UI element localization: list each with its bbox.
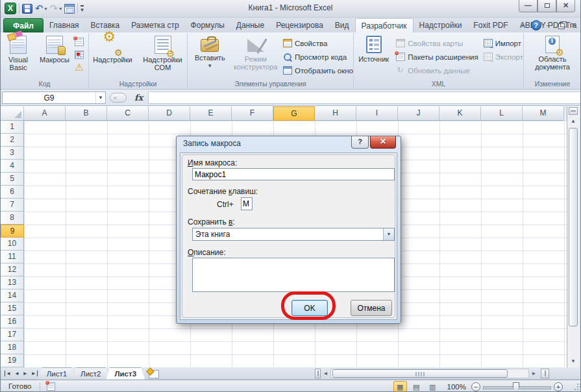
formula-bar-gripper[interactable] (110, 93, 127, 103)
save-in-dropdown[interactable]: Эта книга ▼ (192, 228, 395, 241)
resize-grip[interactable] (568, 382, 576, 391)
close-button[interactable]: ✕ (556, 0, 575, 12)
relative-references-button[interactable] (73, 49, 85, 60)
next-sheet-icon[interactable]: ► (23, 371, 28, 376)
record-macro-button[interactable] (73, 36, 85, 47)
shortcut-key-input[interactable] (241, 197, 253, 210)
row-header-11[interactable]: 11 (1, 251, 24, 263)
zoom-in-button[interactable]: + (554, 382, 563, 391)
name-box-dropdown-icon[interactable]: ▼ (95, 92, 105, 103)
row-header-3[interactable]: 3 (1, 147, 24, 160)
row-header-18[interactable]: 18 (1, 341, 24, 354)
ribbon-tab-4[interactable]: Формулы (185, 18, 230, 32)
column-header-B[interactable]: B (66, 106, 107, 121)
zoom-slider-thumb[interactable] (513, 382, 519, 391)
column-header-D[interactable]: D (149, 106, 190, 121)
dialog-close-button[interactable]: ✕ (370, 136, 396, 149)
ribbon-tab-8[interactable]: Разработчик (355, 18, 414, 32)
first-sheet-icon[interactable]: ◄ (5, 371, 11, 376)
horizontal-scroll-thumb[interactable] (332, 369, 508, 378)
tab-scroll-split-handle[interactable] (315, 369, 321, 378)
cancel-button[interactable]: Отмена (351, 300, 392, 316)
normal-view-button[interactable]: ▦ (393, 381, 407, 392)
sheet-tab-1[interactable]: Лист1 (38, 367, 75, 380)
scroll-up-icon[interactable]: ▲ (568, 116, 578, 127)
import-button[interactable]: Импорт (484, 36, 523, 50)
row-header-9[interactable]: 9 (1, 225, 24, 238)
select-all-corner[interactable] (1, 106, 24, 121)
scroll-left-icon[interactable]: ◄ (321, 371, 330, 376)
column-header-F[interactable]: F (232, 106, 273, 121)
ribbon-tab-9[interactable]: Надстройки (414, 18, 468, 32)
row-header-6[interactable]: 6 (1, 186, 24, 199)
ribbon-tab-5[interactable]: Данные (230, 18, 270, 32)
scroll-right-icon[interactable]: ► (529, 371, 539, 376)
column-header-A[interactable]: A (24, 106, 66, 121)
document-panel-button[interactable]: Область документа (526, 34, 578, 79)
visual-basic-button[interactable]: Visual Basic (1, 34, 36, 79)
row-header-8[interactable]: 8 (1, 212, 24, 225)
row-header-14[interactable]: 14 (1, 289, 24, 302)
row-header-13[interactable]: 13 (1, 276, 24, 289)
row-header-19[interactable]: 19 (1, 354, 24, 367)
workbook-minimize-icon[interactable]: — (547, 20, 553, 31)
horizontal-split-handle[interactable] (541, 369, 549, 378)
column-header-M[interactable]: M (523, 106, 564, 121)
maximize-button[interactable] (538, 0, 556, 12)
addins-button[interactable]: Надстройки (90, 34, 136, 79)
column-header-G[interactable]: G (273, 106, 315, 121)
ribbon-tab-0[interactable]: Файл (3, 18, 43, 32)
xml-source-button[interactable]: Источник (356, 34, 391, 79)
ribbon-tab-1[interactable]: Главная (43, 18, 85, 32)
column-header-H[interactable]: H (315, 106, 356, 121)
workbook-restore-icon[interactable] (558, 21, 566, 29)
collapse-ribbon-icon[interactable]: ∧ (521, 20, 525, 31)
ribbon-tab-10[interactable]: Foxit PDF (467, 18, 513, 32)
insert-sheet-icon[interactable] (149, 370, 159, 378)
run-dialog-button[interactable]: Отобразить окно (283, 64, 353, 77)
row-header-15[interactable]: 15 (1, 302, 24, 315)
column-header-L[interactable]: L (481, 106, 523, 121)
row-header-16[interactable]: 16 (1, 315, 24, 328)
ribbon-tab-6[interactable]: Рецензирова (270, 18, 329, 32)
ribbon-tab-7[interactable]: Вид (329, 18, 355, 32)
row-header-12[interactable]: 12 (1, 263, 24, 276)
properties-button[interactable]: Свойства (283, 36, 353, 50)
zoom-out-button[interactable]: − (471, 382, 480, 391)
description-textarea[interactable] (192, 258, 395, 292)
column-header-I[interactable]: I (356, 106, 398, 121)
ribbon-tab-3[interactable]: Разметка стр (125, 18, 184, 32)
workbook-close-icon[interactable]: ✕ (571, 20, 576, 31)
dialog-help-button[interactable]: ? (351, 136, 369, 149)
last-sheet-icon[interactable]: ► (31, 371, 38, 376)
sheet-tab-2[interactable]: Лист2 (72, 367, 109, 380)
vertical-scroll-thumb[interactable] (569, 128, 578, 326)
vertical-split-handle[interactable] (569, 107, 578, 115)
horizontal-scrollbar[interactable] (330, 369, 529, 378)
com-addins-button[interactable]: Надстройки COM (140, 34, 186, 79)
column-header-J[interactable]: J (398, 106, 439, 121)
scroll-down-icon[interactable]: ▼ (568, 356, 578, 367)
macros-button[interactable]: Макросы (36, 34, 73, 79)
row-header-17[interactable]: 17 (1, 328, 24, 341)
insert-control-button[interactable]: Вставить ▼ (192, 34, 229, 79)
vertical-scrollbar[interactable]: ▲ ▼ (567, 106, 579, 367)
help-icon[interactable]: ? (531, 20, 541, 31)
column-header-C[interactable]: C (107, 106, 149, 121)
column-header-E[interactable]: E (190, 106, 232, 121)
row-header-10[interactable]: 10 (1, 238, 24, 251)
expansion-packs-button[interactable]: Пакеты расширения (396, 50, 478, 64)
row-header-2[interactable]: 2 (1, 134, 24, 147)
row-header-5[interactable]: 5 (1, 173, 24, 186)
insert-function-icon[interactable]: fx (134, 93, 143, 103)
column-header-K[interactable]: K (439, 106, 481, 121)
sheet-tab-3[interactable]: Лист3 (106, 367, 145, 380)
formula-input[interactable] (148, 92, 580, 104)
page-layout-view-button[interactable]: ▤ (410, 381, 423, 392)
zoom-level[interactable]: 100% (447, 383, 466, 391)
row-header-7[interactable]: 7 (1, 199, 24, 212)
macro-security-button[interactable]: ⚠ (73, 62, 85, 73)
prev-sheet-icon[interactable]: ◄ (14, 371, 19, 376)
minimize-button[interactable]: — (519, 0, 538, 12)
combo-arrow-icon[interactable]: ▼ (383, 228, 394, 240)
